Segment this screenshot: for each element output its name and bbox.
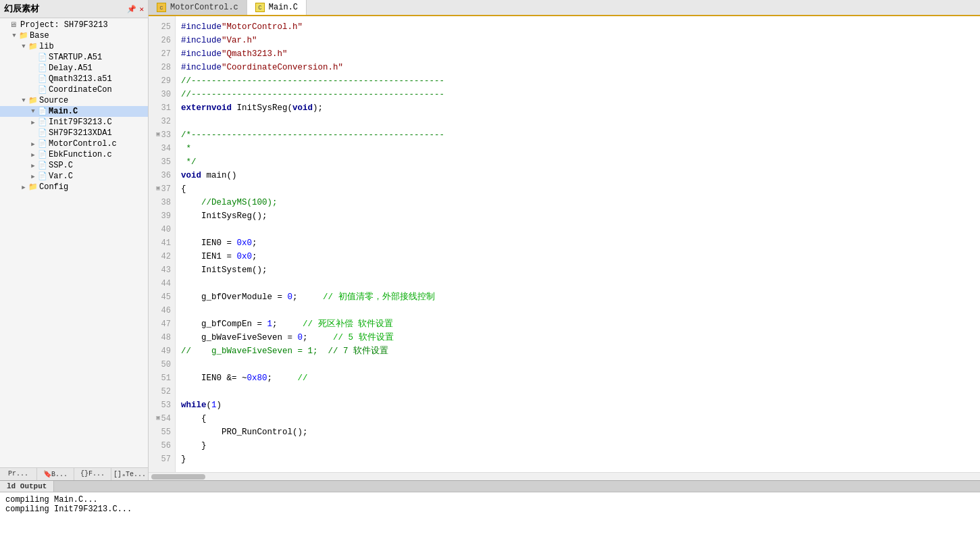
code-content[interactable]: #include "MotorControl.h"#include "Var.h…: [176, 16, 980, 472]
fold-icon-37[interactable]: ▣: [156, 184, 159, 194]
editor-tab-motorcontrol-tab[interactable]: cMotorControl.c: [149, 0, 247, 15]
tree-item-base[interactable]: ▼📁Base: [0, 30, 148, 41]
line-num-54: ▣54: [149, 412, 175, 426]
line-num-39: 39: [149, 209, 175, 223]
fold-icon-54[interactable]: ▣: [156, 414, 159, 423]
tree-item-sh79dat[interactable]: 📄SH79F3213XDA1: [0, 128, 148, 138]
line-num-34: 34: [149, 142, 175, 155]
file-icon: 📄: [38, 53, 49, 62]
tree-item-project[interactable]: 🖥Project: SH79F3213: [0, 20, 148, 30]
line-num-29: 29: [149, 74, 175, 88]
line-num-33: ▣33: [149, 128, 175, 142]
file-icon: 📄: [38, 150, 49, 159]
code-line-51: IEN0 &= ~0x80; //: [181, 371, 980, 385]
file-icon: 📄: [38, 74, 49, 84]
file-icon: 📄: [38, 161, 49, 170]
sidebar-tab-functions-tab[interactable]: {}F...: [74, 468, 111, 480]
code-line-46: [181, 304, 980, 317]
project-icon: 🖥: [9, 20, 20, 30]
tree-item-startup[interactable]: 📄STARTUP.A51: [0, 52, 148, 63]
code-line-43: InitSystem();: [181, 263, 980, 277]
tree-toggle-ebkfunction[interactable]: ▶: [28, 151, 38, 159]
sidebar-title: 幻辰素材: [4, 3, 39, 15]
tree-toggle-init79[interactable]: ▶: [28, 119, 38, 126]
tree-toggle-varc[interactable]: ▶: [28, 173, 38, 180]
tree-label-delay: Delay.A51: [49, 63, 148, 73]
build-output-tab[interactable]: ld Output: [0, 481, 54, 492]
tree-item-config[interactable]: ▶📁Config: [0, 182, 148, 192]
tree-item-varc[interactable]: ▶📄Var.C: [0, 171, 148, 182]
sidebar-tab-templates-tab[interactable]: []ₐTe...: [111, 468, 148, 480]
tree-item-mainc[interactable]: ▼📄Main.C: [0, 106, 148, 117]
tree-label-init79: Init79F3213.C: [49, 118, 148, 127]
line-num-31: 31: [149, 101, 175, 115]
tree-label-ebkfunction: EbkFunction.c: [49, 150, 148, 159]
tree-toggle-mainc[interactable]: ▼: [28, 108, 38, 115]
scrollbar-thumb[interactable]: [151, 474, 205, 480]
code-line-44: [181, 277, 980, 290]
pin-icon[interactable]: 📌: [127, 5, 136, 14]
tree-toggle-source[interactable]: ▼: [19, 97, 28, 104]
code-line-38: //DelayMS(100);: [181, 196, 980, 209]
code-line-35: */: [181, 155, 980, 169]
line-num-50: 50: [149, 358, 175, 371]
line-num-35: 35: [149, 155, 175, 169]
sidebar-tab-bar: Pr...🔖B...{}F...[]ₐTe...: [0, 467, 148, 480]
code-line-40: [181, 223, 980, 236]
tree-item-qmath[interactable]: 📄Qmath3213.a51: [0, 74, 148, 84]
tree-item-coordinate[interactable]: 📄CoordinateCon: [0, 84, 148, 95]
line-num-27: 27: [149, 47, 175, 61]
code-line-30: //--------------------------------------…: [181, 88, 980, 101]
tree-item-init79[interactable]: ▶📄Init79F3213.C: [0, 117, 148, 128]
line-num-38: 38: [149, 196, 175, 209]
tree-item-source[interactable]: ▼📁Source: [0, 95, 148, 106]
line-num-37: ▣37: [149, 182, 175, 196]
code-line-42: IEN1 = 0x0;: [181, 250, 980, 263]
code-line-32: [181, 115, 980, 128]
editor-tab-mainc-tab[interactable]: CMain.C: [247, 0, 307, 15]
line-num-52: 52: [149, 385, 175, 398]
code-line-57: }: [181, 453, 980, 466]
code-line-55: PRO_RunControl();: [181, 426, 980, 439]
tree-item-motorcontrol[interactable]: ▶📄MotorControl.c: [0, 138, 148, 149]
code-line-54: {: [181, 412, 980, 426]
line-num-44: 44: [149, 277, 175, 290]
file-icon: 📄: [38, 118, 49, 127]
tree-label-qmath: Qmath3213.a51: [49, 74, 148, 84]
close-icon[interactable]: ✕: [139, 5, 144, 14]
tree-toggle-base[interactable]: ▼: [9, 32, 19, 39]
tree-item-ebkfunction[interactable]: ▶📄EbkFunction.c: [0, 149, 148, 160]
tree-toggle-ssp[interactable]: ▶: [28, 162, 38, 170]
code-line-26: #include "Var.h": [181, 34, 980, 47]
tree-label-startup: STARTUP.A51: [49, 53, 148, 62]
tree-label-coordinate: CoordinateCon: [49, 85, 148, 95]
file-icon: 📄: [38, 139, 49, 149]
line-num-57: 57: [149, 453, 175, 466]
tree-item-lib[interactable]: ▼📁lib: [0, 41, 148, 52]
code-line-27: #include "Qmath3213.h": [181, 47, 980, 61]
build-output-line: compiling Init79F3213.C...: [5, 505, 975, 514]
folder-icon: 📁: [19, 31, 30, 41]
tree-label-config: Config: [39, 182, 148, 192]
sidebar-tab-project-tab[interactable]: Pr...: [0, 468, 37, 480]
tree-item-delay[interactable]: 📄Delay.A51: [0, 63, 148, 74]
code-line-48: g_bWaveFiveSeven = 0; // 5 软件设置: [181, 331, 980, 344]
build-output-line: compiling Main.C...: [5, 495, 975, 505]
tree-toggle-motorcontrol[interactable]: ▶: [28, 140, 38, 148]
tab-icon-motorcontrol-tab: c: [157, 3, 166, 12]
code-editor[interactable]: 2526272829303132▣33343536▣37383940414243…: [149, 16, 980, 472]
tree-item-ssp[interactable]: ▶📄SSP.C: [0, 160, 148, 171]
tree-toggle-lib[interactable]: ▼: [19, 43, 28, 50]
code-line-33: /*--------------------------------------…: [181, 128, 980, 142]
tab-label-mainc-tab: Main.C: [269, 3, 298, 12]
line-num-32: 32: [149, 115, 175, 128]
code-line-50: [181, 358, 980, 371]
code-line-41: IEN0 = 0x0;: [181, 236, 980, 250]
horizontal-scrollbar[interactable]: [149, 472, 980, 480]
fold-icon-33[interactable]: ▣: [156, 130, 159, 140]
code-line-56: }: [181, 439, 980, 453]
line-num-53: 53: [149, 398, 175, 412]
tree-label-mainc: Main.C: [49, 107, 148, 116]
tree-toggle-config[interactable]: ▶: [19, 184, 28, 191]
sidebar-tab-books-tab[interactable]: 🔖B...: [37, 468, 74, 480]
